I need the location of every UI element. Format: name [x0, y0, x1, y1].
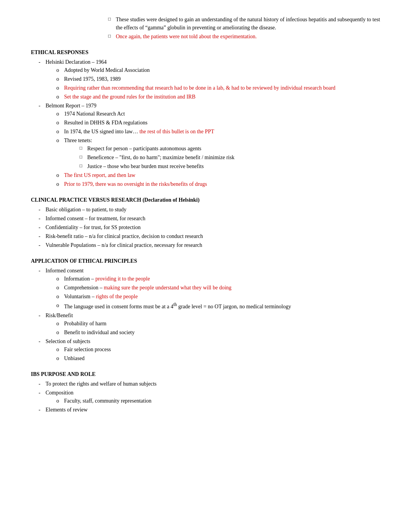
helsinki-sub-4: Set the stage and the ground rules for t… — [56, 93, 387, 101]
rb-sub-2: Benefit to individual and society — [56, 328, 387, 337]
informed-consent-label: Informed consent — [46, 268, 83, 274]
helsinki-sub-3: Requiring rather than recommending that … — [56, 84, 387, 92]
informed-consent-item: Informed consent Information – providing… — [39, 267, 387, 311]
application-heading: APPLICATION OF ETHICAL PRINCIPLES — [31, 257, 387, 265]
belmont-sub-4: Three tenets: Respect for person – parti… — [56, 136, 387, 170]
ethical-responses-list: Helsinki Declaration – 1964 Adopted by W… — [31, 58, 387, 188]
belmont-subitems: 1974 National Research Act Resulted in D… — [46, 110, 387, 188]
top-bullet-1: These studies were designed to gain an u… — [108, 15, 387, 32]
cp-item-1: Basic obligation – to patient, to study — [39, 206, 387, 214]
belmont-label: Belmont Report – 1979 — [46, 103, 97, 109]
ibs-item-2: Composition Faculty, staff, community re… — [39, 389, 387, 405]
clinical-practice-heading: CLINICAL PRACTICE VERSUS RESEARCH (Decla… — [31, 196, 387, 204]
tenet-1: Respect for person – participants autono… — [80, 144, 387, 153]
belmont-sub-3: In 1974, the US signed into law… the res… — [56, 127, 387, 136]
belmont-sub-5: The first US report, and then law — [56, 171, 387, 179]
ibs-item-1: To protect the rights and welfare of hum… — [39, 380, 387, 388]
cp-item-2: Informed consent – for treatment, for re… — [39, 214, 387, 223]
ethical-responses-section: ETHICAL RESPONSES Helsinki Declaration –… — [31, 48, 387, 188]
ic-sub-4: The language used in consent forms must … — [56, 301, 387, 311]
ibs-item-3: Elements of review — [39, 406, 387, 414]
top-bullets-section: These studies were designed to gain an u… — [31, 15, 387, 41]
cp-item-4: Risk-benefit ratio – n/a for clinical pr… — [39, 232, 387, 240]
tenets-list: Respect for person – participants autono… — [64, 144, 387, 170]
ibs-heading: IBS PURPOSE AND ROLE — [31, 370, 387, 378]
top-bullet-2: Once again, the patients were not told a… — [108, 32, 387, 41]
helsinki-subitems: Adopted by World Medical Association Rev… — [46, 66, 387, 101]
sel-sub-1: Fair selection process — [56, 345, 387, 354]
selection-item: Selection of subjects Fair selection pro… — [39, 337, 387, 362]
selection-label: Selection of subjects — [46, 338, 90, 344]
comp-sub-1: Faculty, staff, community representation — [56, 397, 387, 405]
risk-benefit-label: Risk/Benefit — [46, 313, 73, 318]
ethical-responses-heading: ETHICAL RESPONSES — [31, 48, 387, 56]
cp-item-5: Vulnerable Populations – n/a for clinica… — [39, 241, 387, 249]
ic-sub-2: Comprehension – making sure the people u… — [56, 284, 387, 292]
application-list: Informed consent Information – providing… — [31, 267, 387, 362]
belmont-item: Belmont Report – 1979 1974 National Rese… — [39, 102, 387, 188]
tenet-2: Beneficence – "first, do no harm"; maxim… — [80, 153, 387, 161]
ibs-list: To protect the rights and welfare of hum… — [31, 380, 387, 414]
sel-sub-2: Unbiased — [56, 354, 387, 362]
clinical-practice-section: CLINICAL PRACTICE VERSUS RESEARCH (Decla… — [31, 196, 387, 249]
selection-subitems: Fair selection process Unbiased — [46, 345, 387, 362]
cp-item-3: Confidentiality – for trust, for SS prot… — [39, 223, 387, 231]
belmont-sub-2: Resulted in DHHS & FDA regulations — [56, 119, 387, 127]
helsinki-label: Helsinki Declaration – 1964 — [46, 59, 107, 65]
ic-sub-1: Information – providing it to the people — [56, 275, 387, 283]
risk-benefit-subitems: Probability of harm Benefit to individua… — [46, 320, 387, 337]
ibs-section: IBS PURPOSE AND ROLE To protect the righ… — [31, 370, 387, 414]
application-section: APPLICATION OF ETHICAL PRINCIPLES Inform… — [31, 257, 387, 362]
ibs-composition-subitems: Faculty, staff, community representation — [46, 397, 387, 405]
informed-consent-subitems: Information – providing it to the people… — [46, 275, 387, 311]
belmont-sub-6: Prior to 1979, there was no oversight in… — [56, 180, 387, 188]
rb-sub-1: Probability of harm — [56, 320, 387, 328]
ic-sub-3: Voluntarism – rights of the people — [56, 292, 387, 301]
clinical-practice-list: Basic obligation – to patient, to study … — [31, 206, 387, 249]
risk-benefit-item: Risk/Benefit Probability of harm Benefit… — [39, 311, 387, 337]
helsinki-item: Helsinki Declaration – 1964 Adopted by W… — [39, 58, 387, 101]
tenet-3: Justice – those who bear burden must rec… — [80, 162, 387, 170]
helsinki-sub-2: Revised 1975, 1983, 1989 — [56, 75, 387, 83]
belmont-sub-1: 1974 National Research Act — [56, 110, 387, 118]
helsinki-sub-1: Adopted by World Medical Association — [56, 66, 387, 74]
